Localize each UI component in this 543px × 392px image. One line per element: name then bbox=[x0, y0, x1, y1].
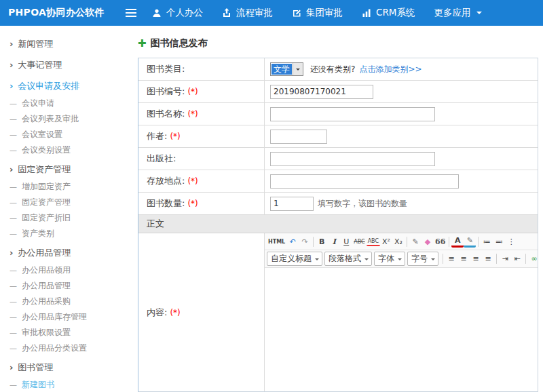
toolbar-button[interactable] bbox=[443, 254, 443, 264]
select-dropdown-icon bbox=[293, 63, 303, 75]
field-label: 内容: bbox=[147, 307, 167, 319]
toolbar-button[interactable]: ABC bbox=[352, 235, 366, 248]
form-row-publisher: 出版社: bbox=[138, 148, 538, 170]
toolbar-button[interactable]: U bbox=[340, 235, 352, 248]
nav-group-approval[interactable]: 集团审批 bbox=[282, 0, 352, 26]
toolbar-button[interactable]: ∞ bbox=[528, 252, 538, 266]
toolbar-button[interactable]: ≕ bbox=[493, 235, 505, 248]
sidebar-item-prefix-icon: — bbox=[10, 281, 17, 290]
sidebar-item[interactable]: › 大事记管理 bbox=[0, 55, 119, 75]
sidebar-item[interactable]: — 固定资产管理 bbox=[0, 195, 119, 210]
toolbar-button[interactable]: I bbox=[328, 235, 340, 248]
toolbar-button[interactable]: ABC bbox=[367, 237, 380, 246]
required-mark: (*) bbox=[170, 308, 180, 317]
field-label-cell: 图书编号: (*) bbox=[138, 81, 265, 102]
toolbar-button[interactable]: X₂ bbox=[392, 235, 405, 248]
field-label-cell: 图书类目: bbox=[138, 58, 265, 80]
toolbar-button[interactable]: ≡ bbox=[445, 252, 457, 266]
book-name-input[interactable] bbox=[270, 107, 435, 121]
hamburger-icon bbox=[126, 12, 136, 14]
editor-content-area[interactable] bbox=[265, 268, 538, 391]
publisher-input[interactable] bbox=[270, 152, 435, 166]
location-input[interactable] bbox=[270, 174, 459, 189]
toolbar-button[interactable]: ≡ bbox=[457, 252, 470, 266]
page-title-row: ✚ 图书信息发布 bbox=[138, 37, 540, 50]
sidebar-item[interactable]: — 办公用品领用 bbox=[0, 262, 119, 278]
toolbar-button[interactable]: ⋮ bbox=[505, 235, 517, 248]
sidebar-item[interactable]: — 固定资产折旧 bbox=[0, 210, 119, 226]
toolbar-button[interactable] bbox=[407, 237, 407, 247]
field-label: 存放地点: bbox=[147, 175, 185, 187]
nav-process-approval[interactable]: 流程审批 bbox=[212, 0, 282, 26]
top-nav: 个人办公 流程审批 集团审批 CRM系统 更多应用 bbox=[143, 0, 491, 26]
toolbar-button[interactable]: ↷ bbox=[299, 235, 311, 248]
sidebar-item[interactable]: — 会议申请 bbox=[0, 96, 119, 111]
quantity-hint: 填写数字，该图书的数量 bbox=[318, 198, 407, 210]
sidebar-item[interactable]: — 会议室设置 bbox=[0, 127, 119, 142]
quantity-input[interactable] bbox=[270, 197, 314, 211]
menu-toggle-button[interactable] bbox=[119, 0, 143, 26]
form-row-quantity: 图书数量: (*) 填写数字，该图书的数量 bbox=[138, 193, 538, 215]
sidebar-item-label: 会议申请 bbox=[22, 98, 54, 109]
sidebar-item-prefix-icon: — bbox=[10, 115, 17, 123]
sidebar-item-label: 固定资产管理 bbox=[22, 197, 71, 208]
sidebar-item-label: 大事记管理 bbox=[18, 59, 62, 71]
toolbar-button[interactable]: ↶ bbox=[286, 235, 299, 248]
toolbar-button[interactable]: 字号 bbox=[407, 252, 438, 266]
form-row-location: 存放地点: (*) bbox=[138, 170, 538, 193]
nav-personal-office[interactable]: 个人办公 bbox=[143, 0, 212, 26]
editor-toolbar-row1: HTML ↶ ↷ B I U bbox=[265, 233, 538, 250]
form-row-book-name: 图书名称: (*) bbox=[138, 103, 538, 125]
sidebar-item[interactable]: › 新闻管理 bbox=[0, 34, 119, 54]
category-select[interactable]: 文学 bbox=[270, 62, 303, 76]
sidebar-item[interactable]: — 资产类别 bbox=[0, 226, 119, 241]
sidebar-item-prefix-icon: — bbox=[10, 130, 17, 139]
sidebar-item[interactable]: — 新建图书 bbox=[0, 377, 119, 392]
sidebar-item[interactable]: — 审批权限设置 bbox=[0, 325, 119, 340]
toolbar-button[interactable]: ⇥ bbox=[499, 252, 511, 266]
toolbar-button[interactable]: A bbox=[451, 236, 464, 248]
field-value-cell bbox=[265, 81, 538, 102]
form-row-book-number: 图书编号: (*) bbox=[138, 81, 538, 103]
toolbar-button[interactable] bbox=[478, 237, 479, 247]
sidebar-item[interactable]: › 办公用品管理 bbox=[0, 243, 119, 262]
toolbar-button[interactable]: ≡ bbox=[482, 252, 494, 266]
toolbar-button[interactable]: 段落格式 bbox=[324, 252, 372, 266]
sidebar-item[interactable]: — 增加固定资产 bbox=[0, 179, 119, 195]
sidebar-item[interactable]: › 图书管理 bbox=[0, 357, 119, 377]
toolbar-button[interactable]: 66 bbox=[434, 235, 447, 248]
toolbar-button[interactable] bbox=[449, 237, 449, 247]
sidebar-item[interactable]: — 办公用品管理 bbox=[0, 278, 119, 294]
nav-crm-system[interactable]: CRM系统 bbox=[352, 0, 424, 26]
sidebar-item[interactable]: — 办公用品采购 bbox=[0, 294, 119, 309]
sidebar-item[interactable]: — 办公用品库存管理 bbox=[0, 309, 119, 325]
field-value-cell bbox=[265, 125, 538, 147]
toolbar-button[interactable]: 自定义标题 bbox=[267, 252, 322, 266]
toolbar-button[interactable] bbox=[313, 237, 314, 247]
sidebar-item[interactable]: — 会议列表及审批 bbox=[0, 111, 119, 127]
toolbar-button[interactable]: HTML bbox=[267, 235, 286, 248]
toolbar-button[interactable]: X² bbox=[380, 235, 392, 248]
toolbar-button[interactable]: ✎ bbox=[409, 235, 422, 248]
book-number-input[interactable] bbox=[270, 85, 373, 99]
author-input[interactable] bbox=[270, 130, 327, 144]
toolbar-button[interactable]: 字体 bbox=[374, 252, 405, 266]
toolbar-button[interactable]: ≔ bbox=[481, 235, 493, 248]
sidebar-item[interactable]: — 会议类别设置 bbox=[0, 142, 119, 158]
add-category-link[interactable]: 点击添加类别>> bbox=[359, 64, 422, 75]
toolbar-button[interactable]: ≡ bbox=[470, 252, 482, 266]
field-label-cell: 出版社: bbox=[138, 148, 265, 170]
sidebar-item-prefix-icon: — bbox=[10, 297, 17, 306]
toolbar-button[interactable]: B bbox=[316, 235, 328, 248]
toolbar-button[interactable] bbox=[525, 254, 526, 264]
toolbar-button[interactable]: ⇤ bbox=[511, 252, 523, 266]
sidebar-item[interactable]: — 办公用品分类设置 bbox=[0, 340, 119, 356]
sidebar-item[interactable]: › 会议申请及安排 bbox=[0, 76, 119, 96]
field-label: 图书名称: bbox=[147, 108, 185, 120]
toolbar-button[interactable]: ✎ bbox=[464, 236, 476, 248]
toolbar-button[interactable] bbox=[496, 254, 497, 264]
sidebar-item[interactable]: › 固定资产管理 bbox=[0, 159, 119, 179]
toolbar-button[interactable]: ◆ bbox=[422, 235, 434, 248]
nav-more-apps[interactable]: 更多应用 bbox=[424, 0, 491, 26]
category-selected-value: 文学 bbox=[272, 64, 292, 75]
